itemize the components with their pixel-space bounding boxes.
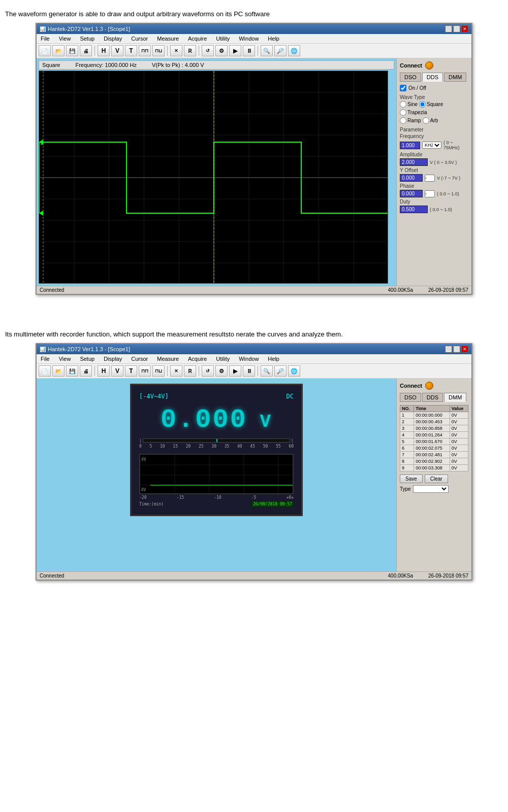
tb-t-1[interactable]: T: [125, 45, 137, 56]
tb-play-2[interactable]: ▶: [229, 365, 241, 377]
menu-file-1[interactable]: File: [39, 35, 52, 42]
menu-view-2[interactable]: View: [57, 355, 73, 362]
window-controls-2[interactable]: _ □ ✕: [445, 346, 468, 353]
radio-trapezia-input[interactable]: [400, 109, 406, 116]
tb-h-1[interactable]: H: [98, 45, 110, 56]
menu-view-1[interactable]: View: [57, 35, 73, 42]
tb-x1[interactable]: ✕: [170, 45, 182, 56]
phase-spinner[interactable]: [425, 190, 435, 197]
menu-utility-1[interactable]: Utility: [214, 35, 232, 42]
tb-r4[interactable]: ↺: [202, 365, 214, 377]
menu-help-2[interactable]: Help: [266, 355, 281, 362]
tab-dds-1[interactable]: DDS: [422, 73, 443, 82]
menu-measure-2[interactable]: Measure: [155, 355, 181, 362]
tb-pause-1[interactable]: ⏸: [243, 45, 255, 56]
window-controls-1[interactable]: _ □ ✕: [445, 25, 468, 32]
tb-new-1[interactable]: 📄: [39, 45, 51, 56]
tab-row-1[interactable]: DSO DDS DMM: [400, 73, 468, 82]
radio-trapezia[interactable]: Trapezia: [400, 109, 427, 116]
tb-open-1[interactable]: 📂: [52, 45, 65, 56]
tb-v-1[interactable]: V: [111, 45, 123, 56]
radio-square[interactable]: Square: [419, 101, 443, 108]
radio-sine-input[interactable]: [400, 101, 406, 108]
tb-r2[interactable]: ↺: [202, 45, 214, 56]
tab-dmm-2[interactable]: DMM: [444, 393, 466, 402]
tab-dso-1[interactable]: DSO: [400, 73, 421, 82]
tb-zoomin-2[interactable]: 🔍: [261, 365, 273, 377]
clear-button[interactable]: Clear: [425, 475, 448, 483]
tab-dds-2[interactable]: DDS: [422, 393, 443, 402]
tb-r3[interactable]: R: [184, 365, 196, 377]
amp-input[interactable]: [400, 158, 428, 166]
menu-cursor-1[interactable]: Cursor: [129, 35, 150, 42]
tb-wave1-1[interactable]: ⊓⊓: [139, 45, 151, 56]
radio-arb-input[interactable]: [423, 117, 429, 124]
menu-setup-1[interactable]: Setup: [78, 35, 97, 42]
yoffset-input[interactable]: [400, 174, 423, 182]
close-btn-1[interactable]: ✕: [461, 25, 468, 32]
scope-canvas-1[interactable]: 1: [39, 71, 388, 284]
vpk-display-1: V(Pk to Pk) : 4.000 V: [152, 62, 204, 68]
radio-sine[interactable]: Sine: [400, 101, 418, 108]
tb-open-2[interactable]: 📂: [52, 365, 65, 377]
tb-print-1[interactable]: 🖨: [80, 45, 92, 56]
tb-wave1-2[interactable]: ⊓⊓: [139, 365, 151, 377]
tb-config-2[interactable]: 🌐: [288, 365, 300, 377]
tb-zoomout-1[interactable]: 🔎: [274, 45, 287, 56]
tb-gear-2[interactable]: ⚙: [215, 365, 228, 377]
tb-play-1[interactable]: ▶: [229, 45, 241, 56]
tb-config-1[interactable]: 🌐: [288, 45, 300, 56]
tb-new-2[interactable]: 📄: [39, 365, 51, 377]
tb-x2[interactable]: ✕: [170, 365, 182, 377]
menu-utility-2[interactable]: Utility: [214, 355, 232, 362]
menu-window-2[interactable]: Window: [237, 355, 261, 362]
close-btn-2[interactable]: ✕: [461, 346, 468, 353]
tb-t-2[interactable]: T: [125, 365, 137, 377]
tb-print-2[interactable]: 🖨: [80, 365, 92, 377]
save-button[interactable]: Save: [400, 475, 423, 483]
duty-input[interactable]: [400, 206, 428, 213]
radio-ramp-input[interactable]: [400, 117, 406, 124]
tb-r1[interactable]: R: [184, 45, 196, 56]
menu-help-1[interactable]: Help: [266, 35, 281, 42]
menu-cursor-2[interactable]: Cursor: [129, 355, 150, 362]
menu-measure-1[interactable]: Measure: [155, 35, 181, 42]
menu-file-2[interactable]: File: [39, 355, 52, 362]
tb-wave2-1[interactable]: ⊓⊔: [152, 45, 165, 56]
freq-input[interactable]: [400, 142, 420, 149]
tb-gear-1[interactable]: ⚙: [215, 45, 228, 56]
menu-acquire-2[interactable]: Acquire: [186, 355, 209, 362]
tb-zoomout-2[interactable]: 🔎: [274, 365, 287, 377]
radio-arb[interactable]: Arb: [423, 117, 438, 124]
dmm-cell-0-0: 1: [400, 412, 414, 419]
menu-display-2[interactable]: Display: [102, 355, 124, 362]
tb-sep-3: [199, 46, 199, 56]
maximize-btn-2[interactable]: □: [453, 346, 460, 353]
radio-ramp[interactable]: Ramp: [400, 117, 421, 124]
freq-unit-select[interactable]: KHZ Hz MHz: [422, 142, 441, 149]
tb-save-2[interactable]: 💾: [66, 365, 78, 377]
tb-v-2[interactable]: V: [111, 365, 123, 377]
menu-display-1[interactable]: Display: [102, 35, 124, 42]
tb-zoomin-1[interactable]: 🔍: [261, 45, 273, 56]
tb-wave2-2[interactable]: ⊓⊔: [152, 365, 165, 377]
tb-save-1[interactable]: 💾: [66, 45, 78, 56]
tab-dmm-1[interactable]: DMM: [444, 73, 466, 82]
menu-acquire-1[interactable]: Acquire: [186, 35, 209, 42]
menu-window-1[interactable]: Window: [237, 35, 261, 42]
maximize-btn-1[interactable]: □: [453, 25, 460, 32]
wave-type-group-2: Ramp Arb: [400, 117, 468, 124]
tab-dso-2[interactable]: DSO: [400, 393, 421, 402]
minimize-btn-1[interactable]: _: [445, 25, 452, 32]
radio-square-input[interactable]: [419, 101, 426, 108]
tb-pause-2[interactable]: ⏸: [243, 365, 255, 377]
tb-h-2[interactable]: H: [98, 365, 110, 377]
yoffset-spinner[interactable]: [425, 175, 435, 182]
menu-setup-2[interactable]: Setup: [78, 355, 97, 362]
tab-row-2[interactable]: DSO DDS DMM: [400, 393, 468, 402]
phase-input[interactable]: [400, 190, 423, 197]
minimize-btn-2[interactable]: _: [445, 346, 452, 353]
type-select[interactable]: [413, 485, 449, 493]
tb-sep-7: [199, 366, 199, 376]
onoff-checkbox[interactable]: [400, 85, 406, 91]
